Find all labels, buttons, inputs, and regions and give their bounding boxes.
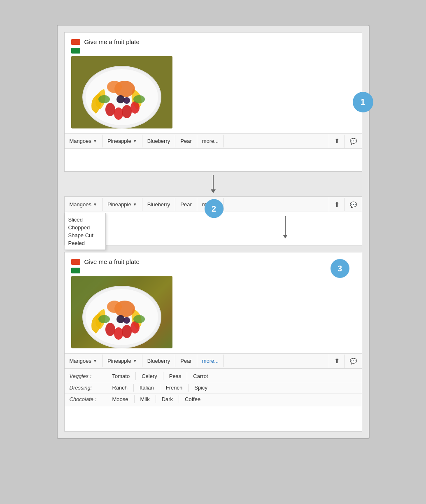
dressing-ranch: Ranch xyxy=(107,384,134,392)
connector-2 xyxy=(64,245,362,252)
svg-point-11 xyxy=(107,81,122,93)
section-3: 3 Give me a fruit plate xyxy=(64,252,362,432)
red-indicator-1 xyxy=(71,39,80,45)
arrow-down-1 xyxy=(211,175,216,193)
veggie-celery: Celery xyxy=(136,372,163,380)
svg-point-28 xyxy=(98,315,110,323)
toolbar3-blueberry[interactable]: Blueberry xyxy=(142,355,176,367)
dressing-values: Ranch Italian French Spicy xyxy=(107,384,214,392)
section-1: 1 Give me a fruit plate xyxy=(64,32,362,172)
info-table: 3 Veggies : Tomato Celery Peas Carrot Dr… xyxy=(65,369,362,406)
veggie-carrot: Carrot xyxy=(187,372,214,380)
dressing-french: French xyxy=(160,384,189,392)
info-row-chocolate: Chocolate : Moose Milk Dark Coffee xyxy=(65,394,362,405)
dropdown-item-sliced[interactable]: Sliced xyxy=(68,216,102,224)
page-container: 1 Give me a fruit plate xyxy=(64,32,362,432)
chocolate-milk: Milk xyxy=(135,395,156,403)
pineapple-dropdown-arrow-3: ▼ xyxy=(133,359,137,363)
card1-header-row: Give me a fruit plate xyxy=(65,33,362,47)
red-indicator-2 xyxy=(71,259,80,265)
chocolate-dark: Dark xyxy=(156,395,179,403)
toolbar2-share-icon[interactable]: ⬆ xyxy=(329,197,345,212)
toolbar3-share-icon[interactable]: ⬆ xyxy=(329,354,345,368)
toolbar1-comment-icon[interactable]: 💬 xyxy=(345,135,362,148)
arrow-down-2 xyxy=(283,216,288,238)
dropdown-item-chopped[interactable]: Chopped xyxy=(68,224,102,231)
toolbar1-mangoes[interactable]: Mangoes ▼ xyxy=(65,135,102,147)
dressing-spicy: Spicy xyxy=(189,384,213,392)
chocolate-coffee: Coffee xyxy=(179,395,206,403)
dropdown-popup: Sliced Chopped Shape Cut Peeled xyxy=(65,213,106,250)
toolbar2-pear[interactable]: Pear xyxy=(175,198,197,211)
pineapple-dropdown-arrow-2: ▼ xyxy=(133,202,137,207)
card2-image-container xyxy=(65,276,362,353)
mangoes-dropdown-arrow-3: ▼ xyxy=(93,359,97,363)
toolbar1-blueberry[interactable]: Blueberry xyxy=(142,135,176,147)
chocolate-moose: Moose xyxy=(107,395,135,403)
toolbar1-pineapple[interactable]: Pineapple ▼ xyxy=(102,135,142,147)
toolbar2-mangoes[interactable]: Mangoes ▼ Sliced Chopped Shape Cut Peele… xyxy=(65,198,102,211)
veggies-values: Tomato Celery Peas Carrot xyxy=(107,372,214,380)
veggies-label: Veggies : xyxy=(70,373,107,379)
veggie-peas: Peas xyxy=(163,372,188,380)
connector-1 xyxy=(64,172,362,196)
svg-point-8 xyxy=(122,105,132,118)
svg-point-15 xyxy=(133,95,145,103)
toolbar3-more[interactable]: more... xyxy=(197,355,224,367)
outer-frame: 1 Give me a fruit plate xyxy=(57,25,370,439)
section-2: Mangoes ▼ Sliced Chopped Shape Cut Peele… xyxy=(64,196,362,245)
svg-point-27 xyxy=(123,317,130,324)
dropdown-item-peeled[interactable]: Peeled xyxy=(68,239,102,247)
info-row-dressing: Dressing: Ranch Italian French Spicy xyxy=(65,382,362,394)
svg-point-13 xyxy=(123,97,130,104)
empty-area-3 xyxy=(65,406,362,431)
toolbar2-comment-icon[interactable]: 💬 xyxy=(345,198,362,211)
green-indicator-1 xyxy=(71,48,80,54)
svg-point-20 xyxy=(105,323,115,336)
green-indicator-2 xyxy=(71,268,80,273)
toolbar3-comment-icon[interactable]: 💬 xyxy=(345,355,362,368)
card2-fruit-image xyxy=(71,276,172,348)
toolbar-1: Mangoes ▼ Pineapple ▼ Blueberry Pear mor… xyxy=(65,133,362,149)
svg-point-25 xyxy=(107,301,122,313)
arrow-line-2 xyxy=(285,216,286,235)
pineapple-dropdown-arrow-1: ▼ xyxy=(133,139,137,143)
card2-green-row xyxy=(65,267,362,276)
toolbar1-more[interactable]: more... xyxy=(197,135,224,147)
toolbar-3: Mangoes ▼ Pineapple ▼ Blueberry Pear mor… xyxy=(65,353,362,369)
step-3-bubble: 3 xyxy=(331,259,349,278)
svg-point-14 xyxy=(98,95,110,103)
veggie-tomato: Tomato xyxy=(107,372,136,380)
step-1-bubble: 1 xyxy=(353,92,373,112)
info-row-veggies: Veggies : Tomato Celery Peas Carrot xyxy=(65,371,362,382)
toolbar1-pear[interactable]: Pear xyxy=(175,135,197,147)
svg-point-26 xyxy=(116,315,125,323)
toolbar-2: Mangoes ▼ Sliced Chopped Shape Cut Peele… xyxy=(65,197,362,212)
card1-image-container xyxy=(65,56,362,133)
arrow-line-1 xyxy=(213,175,214,189)
toolbar3-pear[interactable]: Pear xyxy=(175,355,197,367)
card1-title: Give me a fruit plate xyxy=(84,38,140,45)
mangoes-dropdown-arrow-1: ▼ xyxy=(93,139,97,143)
step-2-bubble: 2 xyxy=(205,199,223,218)
svg-point-21 xyxy=(114,327,123,340)
toolbar3-pineapple[interactable]: Pineapple ▼ xyxy=(102,355,142,367)
mangoes-dropdown-arrow-2: ▼ xyxy=(93,202,97,207)
empty-area-1 xyxy=(65,149,362,171)
toolbar1-share-icon[interactable]: ⬆ xyxy=(329,134,345,148)
arrow-head-2 xyxy=(283,235,288,238)
chocolate-values: Moose Milk Dark Coffee xyxy=(107,395,207,403)
toolbar2-pineapple[interactable]: Pineapple ▼ xyxy=(102,198,142,211)
dressing-label: Dressing: xyxy=(70,385,107,391)
svg-point-29 xyxy=(133,315,145,323)
chocolate-label: Chocolate : xyxy=(70,396,107,402)
svg-point-12 xyxy=(116,95,125,103)
svg-point-7 xyxy=(114,107,123,120)
card2-header-row: Give me a fruit plate xyxy=(65,252,362,267)
svg-point-6 xyxy=(105,103,115,116)
arrow-head-1 xyxy=(211,189,216,193)
card2-title: Give me a fruit plate xyxy=(84,258,140,265)
toolbar2-blueberry[interactable]: Blueberry xyxy=(142,198,176,211)
toolbar3-mangoes[interactable]: Mangoes ▼ xyxy=(65,355,102,367)
dropdown-item-shape-cut[interactable]: Shape Cut xyxy=(68,231,102,239)
